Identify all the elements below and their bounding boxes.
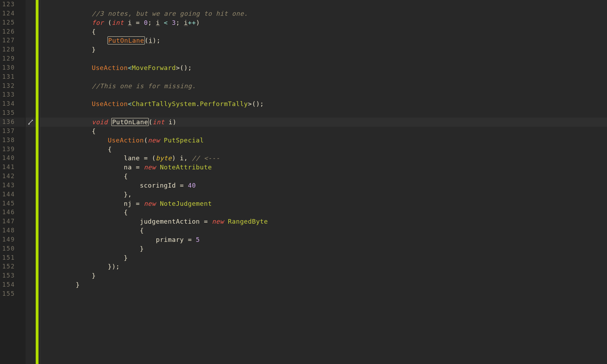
code-line-current[interactable]: void PutOnLane(int i)	[40, 118, 607, 127]
code-line[interactable]: {	[40, 172, 607, 181]
glyph-margin-row[interactable]	[26, 18, 36, 27]
code-line[interactable]: //This one is for missing.	[40, 82, 607, 91]
line-number[interactable]: 133	[0, 90, 25, 99]
glyph-margin-row[interactable]	[26, 262, 36, 271]
line-number[interactable]: 127	[0, 36, 25, 45]
line-number[interactable]: 151	[0, 253, 25, 262]
code-line[interactable]: {	[40, 27, 607, 36]
code-line[interactable]: },	[40, 190, 607, 199]
line-number[interactable]: 134	[0, 99, 25, 108]
code-line[interactable]: UseAction<ChartTallySystem.PerformTally>…	[40, 99, 607, 108]
line-number[interactable]: 131	[0, 72, 25, 82]
glyph-margin-row[interactable]	[26, 27, 36, 36]
code-line[interactable]: for (int i = 0; i < 3; i++)	[40, 18, 607, 27]
line-number[interactable]: 140	[0, 154, 25, 163]
code-line[interactable]: {	[40, 208, 607, 217]
line-number[interactable]: 153	[0, 271, 25, 280]
glyph-margin-row[interactable]	[26, 118, 36, 127]
glyph-margin-row[interactable]	[26, 226, 36, 235]
line-number[interactable]: 124	[0, 9, 25, 18]
line-number[interactable]: 129	[0, 54, 25, 63]
glyph-margin-row[interactable]	[26, 154, 36, 163]
code-line[interactable]: UseAction<MoveForward>();	[40, 63, 607, 72]
vcs-change-bar[interactable]	[36, 0, 40, 364]
line-number[interactable]: 155	[0, 289, 25, 299]
glyph-margin-row[interactable]	[26, 36, 36, 45]
glyph-margin-row[interactable]	[26, 45, 36, 54]
code-line[interactable]: scoringId = 40	[40, 181, 607, 190]
glyph-margin-row[interactable]	[26, 9, 36, 18]
code-line[interactable]: {	[40, 145, 607, 154]
code-line[interactable]	[40, 289, 607, 299]
line-number[interactable]: 146	[0, 208, 25, 217]
glyph-margin-row[interactable]	[26, 271, 36, 280]
code-line[interactable]	[40, 72, 607, 82]
glyph-margin[interactable]	[26, 0, 36, 364]
code-line[interactable]	[40, 54, 607, 63]
code-line[interactable]: }	[40, 45, 607, 54]
glyph-margin-row[interactable]	[26, 181, 36, 190]
code-line[interactable]: judgementAction = new RangedByte	[40, 217, 607, 226]
glyph-margin-row[interactable]	[26, 54, 36, 63]
code-line[interactable]: UseAction(new PutSpecial	[40, 136, 607, 145]
line-number[interactable]: 132	[0, 82, 25, 91]
glyph-margin-row[interactable]	[26, 99, 36, 108]
glyph-margin-row[interactable]	[26, 72, 36, 82]
glyph-margin-row[interactable]	[26, 280, 36, 289]
code-line[interactable]: lane = (byte) i, // <---	[40, 154, 607, 163]
line-number[interactable]: 145	[0, 199, 25, 208]
quick-actions-icon[interactable]	[28, 119, 33, 126]
code-line[interactable]	[40, 90, 607, 99]
glyph-margin-row[interactable]	[26, 0, 36, 9]
glyph-margin-row[interactable]	[26, 145, 36, 154]
line-number[interactable]: 139	[0, 145, 25, 154]
line-number[interactable]: 123	[0, 0, 25, 9]
line-number[interactable]: 143	[0, 181, 25, 190]
line-number[interactable]: 141	[0, 163, 25, 172]
line-number[interactable]: 126	[0, 27, 25, 36]
line-number[interactable]: 138	[0, 136, 25, 145]
code-line[interactable]: }	[40, 280, 607, 289]
line-number[interactable]: 154	[0, 280, 25, 289]
code-line[interactable]: primary = 5	[40, 235, 607, 244]
glyph-margin-row[interactable]	[26, 82, 36, 91]
code-line[interactable]: {	[40, 226, 607, 235]
line-number[interactable]: 152	[0, 262, 25, 271]
glyph-margin-row[interactable]	[26, 208, 36, 217]
line-number-gutter[interactable]: 1231241251261271281291301311321331341351…	[0, 0, 26, 364]
code-line[interactable]: }	[40, 271, 607, 280]
code-line[interactable]: //3 notes, but we are going to hit one.	[40, 9, 607, 18]
code-line[interactable]: }	[40, 253, 607, 262]
line-number[interactable]: 147	[0, 217, 25, 226]
glyph-margin-row[interactable]	[26, 199, 36, 208]
line-number[interactable]: 142	[0, 172, 25, 181]
line-number[interactable]: 125	[0, 18, 25, 27]
glyph-margin-row[interactable]	[26, 136, 36, 145]
glyph-margin-row[interactable]	[26, 127, 36, 136]
code-line[interactable]: nj = new NoteJudgement	[40, 199, 607, 208]
code-line[interactable]	[40, 0, 607, 9]
code-content[interactable]: //3 notes, but we are going to hit one. …	[40, 0, 607, 364]
code-line[interactable]: PutOnLane(i);	[40, 36, 607, 45]
line-number[interactable]: 128	[0, 45, 25, 54]
code-line[interactable]: na = new NoteAttribute	[40, 163, 607, 172]
line-number[interactable]: 148	[0, 226, 25, 235]
code-line[interactable]: });	[40, 262, 607, 271]
code-line[interactable]	[40, 108, 607, 118]
code-line[interactable]: {	[40, 127, 607, 136]
glyph-margin-row[interactable]	[26, 172, 36, 181]
line-number[interactable]: 136	[0, 118, 25, 127]
glyph-margin-row[interactable]	[26, 108, 36, 118]
glyph-margin-row[interactable]	[26, 244, 36, 253]
code-line[interactable]: }	[40, 244, 607, 253]
line-number[interactable]: 144	[0, 190, 25, 199]
line-number[interactable]: 149	[0, 235, 25, 244]
glyph-margin-row[interactable]	[26, 289, 36, 299]
glyph-margin-row[interactable]	[26, 253, 36, 262]
glyph-margin-row[interactable]	[26, 90, 36, 99]
line-number[interactable]: 137	[0, 127, 25, 136]
line-number[interactable]: 130	[0, 63, 25, 72]
glyph-margin-row[interactable]	[26, 217, 36, 226]
glyph-margin-row[interactable]	[26, 163, 36, 172]
glyph-margin-row[interactable]	[26, 235, 36, 244]
